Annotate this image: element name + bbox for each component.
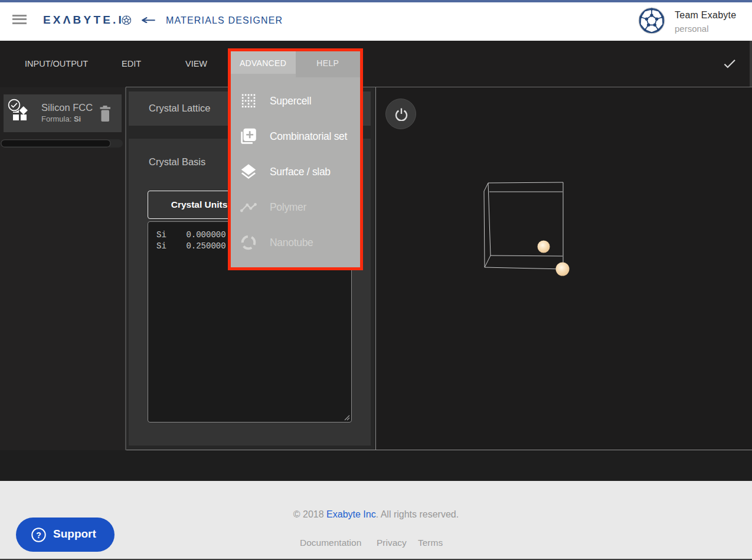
svg-text:?: ? <box>36 530 41 539</box>
